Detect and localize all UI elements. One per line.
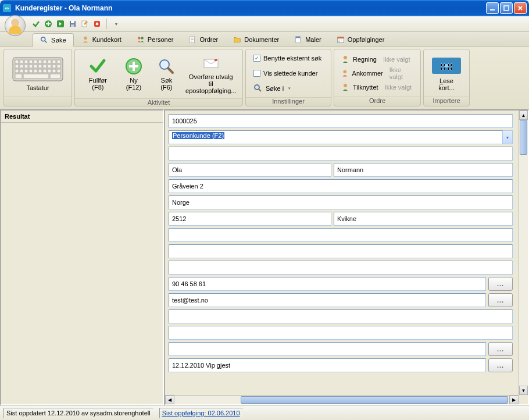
svg-rect-6 [71, 24, 74, 27]
sok-button[interactable]: Søk (F6) [151, 55, 181, 92]
tab-label: Ordrer [199, 36, 218, 43]
ny-label: Ny (F12) [123, 77, 145, 91]
ribbon-caption: Innstillinger [246, 97, 331, 106]
phone-field[interactable] [169, 277, 486, 291]
phone-more-button[interactable]: ... [488, 277, 513, 291]
svg-rect-38 [57, 65, 60, 68]
ribbon-group-importere: Lese kort... Importere [423, 49, 470, 106]
customer-type-combo[interactable]: Personkunde (F2) [169, 130, 503, 144]
ankommer-button[interactable]: AnkommerIkke valgt [338, 67, 417, 80]
tab-label: Dokumenter [244, 36, 279, 43]
scroll-down-button[interactable]: ▼ [519, 386, 528, 395]
svg-rect-40 [20, 69, 23, 73]
svg-rect-48 [57, 69, 60, 73]
lese-kort-button[interactable]: Lese kort... [428, 54, 464, 93]
status-followup-link[interactable]: Sist oppfølging: 02.06.2010 [162, 410, 240, 417]
svg-rect-25 [43, 60, 47, 63]
qa-save-button[interactable] [67, 19, 78, 29]
tab-label: Søke [51, 37, 66, 44]
tab-ordrer[interactable]: Ordrer [181, 33, 226, 46]
chk-label: Benytte eksternt søk [263, 55, 321, 62]
regning-button[interactable]: RegningIkke valgt [338, 53, 417, 66]
horizontal-scrollbar[interactable]: ◀ ▶ [165, 395, 519, 404]
scroll-left-button[interactable]: ◀ [165, 396, 174, 404]
blank-field-5[interactable] [169, 309, 513, 323]
chk-label: Vis slettede kunder [263, 70, 317, 77]
qa-edit-button[interactable] [80, 19, 90, 29]
tab-personer[interactable]: Personer [129, 33, 181, 46]
window-close-button[interactable] [514, 2, 527, 14]
svg-point-59 [344, 84, 347, 87]
qa-commit-button[interactable] [31, 19, 41, 29]
tab-dokumenter[interactable]: Dokumenter [226, 33, 287, 46]
firstname-field[interactable] [169, 163, 331, 177]
svg-rect-41 [24, 69, 28, 73]
svg-rect-26 [48, 60, 51, 63]
city-field[interactable] [334, 212, 513, 226]
zip-field[interactable] [169, 212, 331, 226]
svg-point-9 [41, 37, 45, 41]
svg-rect-30 [20, 65, 23, 68]
scroll-up-button[interactable]: ▲ [519, 111, 528, 120]
scroll-thumb[interactable] [520, 120, 527, 155]
blank-field-4[interactable] [169, 261, 513, 275]
blank-field-7[interactable] [169, 342, 486, 356]
vertical-scrollbar[interactable]: ▲ ▼ [519, 111, 528, 395]
ribbon-group-innstillinger: ✓Benytte eksternt søk Vis slettede kunde… [245, 49, 331, 106]
scroll-right-button[interactable]: ▶ [509, 396, 519, 404]
tab-oppfolginger[interactable]: Oppfølginger [329, 33, 392, 46]
toolbar-divider [106, 19, 107, 29]
overfore-button[interactable]: Overføre utvalg til epostoppfølging... [184, 52, 238, 96]
qa-delete-button[interactable] [92, 19, 102, 29]
qa-forward-button[interactable] [55, 19, 66, 29]
svg-rect-55 [215, 59, 217, 61]
fullfor-button[interactable]: Fullfør (F8) [80, 55, 116, 92]
app-icon: ∞ [2, 3, 12, 13]
svg-rect-36 [48, 65, 51, 68]
lastname-field[interactable] [334, 163, 513, 177]
tilknyttet-button[interactable]: TilknyttetIkke valgt [338, 81, 417, 94]
result-list[interactable] [1, 123, 163, 404]
address-field[interactable] [169, 179, 513, 193]
svg-point-10 [84, 37, 87, 40]
tab-maler[interactable]: Maler [287, 33, 329, 46]
svg-rect-35 [43, 65, 47, 68]
window-maximize-button[interactable] [500, 2, 513, 14]
blank-field-6[interactable] [169, 326, 513, 340]
blank-more-button[interactable]: ... [488, 342, 513, 356]
svg-point-62 [445, 64, 448, 67]
ribbon-caption: Importere [424, 97, 469, 106]
note-more-button[interactable]: ... [488, 358, 513, 372]
tab-soke[interactable]: Søke [33, 33, 74, 47]
tab-kundekort[interactable]: Kundekort [74, 33, 129, 46]
blank-field-1[interactable] [169, 147, 513, 161]
note-field[interactable] [169, 358, 486, 372]
window-minimize-button[interactable] [486, 2, 499, 14]
svg-rect-0 [490, 9, 495, 10]
svg-rect-15 [296, 37, 301, 38]
fullfor-label: Fullfør (F8) [84, 77, 112, 91]
vis-slettede-checkbox[interactable]: Vis slettede kunder [251, 67, 320, 80]
ny-button[interactable]: Ny (F12) [119, 55, 149, 92]
svg-rect-21 [24, 60, 28, 63]
ribbon-caption: Ordre [334, 97, 420, 106]
tastatur-button[interactable]: Tastatur [9, 54, 67, 93]
sok-label: Søk (F6) [155, 77, 177, 91]
blank-field-2[interactable] [169, 228, 513, 242]
benytte-eksternt-checkbox[interactable]: ✓Benytte eksternt søk [251, 52, 324, 65]
hscroll-thumb[interactable] [241, 396, 508, 404]
soke-i-button[interactable]: Søke i▾ [251, 82, 294, 95]
status-last-updated: Sist oppdatert 12.12.2010 av sysadm.stor… [3, 408, 153, 418]
result-panel: Resultat [0, 109, 164, 405]
ribbon-caption [4, 97, 72, 106]
qa-customize-button[interactable]: ▾ [111, 19, 121, 29]
blank-field-3[interactable] [169, 244, 513, 258]
email-more-button[interactable]: ... [488, 293, 513, 307]
quick-access-toolbar: ▾ [0, 16, 529, 32]
email-field[interactable] [169, 293, 486, 307]
combo-drop-button[interactable]: ▼ [503, 130, 513, 144]
customer-id-field[interactable] [169, 114, 513, 128]
qa-new-button[interactable] [43, 19, 53, 29]
ribbon-group-ordre: RegningIkke valgt AnkommerIkke valgt Til… [334, 49, 421, 106]
country-field[interactable] [169, 195, 513, 209]
